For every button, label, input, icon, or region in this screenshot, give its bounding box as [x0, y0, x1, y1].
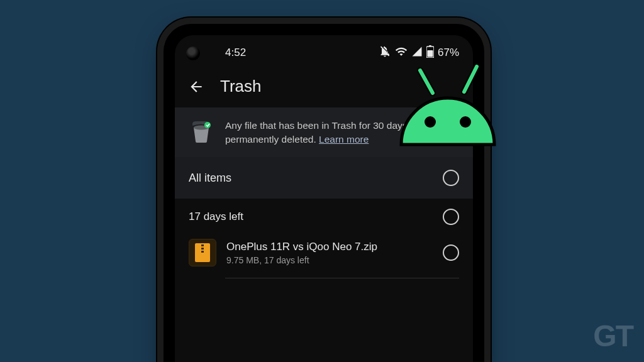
svg-line-10: [420, 70, 433, 93]
divider: [225, 278, 459, 278]
file-info: OnePlus 11R vs iQoo Neo 7.zip 9.75 MB, 1…: [226, 241, 433, 265]
svg-rect-7: [201, 248, 204, 250]
battery-percent: 67%: [438, 47, 459, 59]
wifi-icon: [395, 45, 408, 61]
section-label: 17 days left: [189, 211, 243, 223]
watermark: GT: [593, 319, 633, 353]
battery-icon: [426, 45, 434, 61]
android-mascot-icon: [390, 63, 503, 157]
svg-rect-6: [201, 244, 204, 246]
file-meta: 9.75 MB, 17 days left: [226, 255, 433, 265]
section-header[interactable]: 17 days left: [175, 199, 473, 233]
svg-rect-8: [201, 251, 204, 253]
svg-point-4: [204, 122, 211, 128]
status-bar: 4:52 67%: [175, 35, 473, 65]
svg-rect-1: [429, 45, 431, 47]
page-title: Trash: [220, 77, 262, 96]
back-icon[interactable]: [187, 78, 205, 96]
clock: 4:52: [225, 47, 246, 59]
all-items-radio[interactable]: [443, 170, 459, 186]
svg-point-14: [460, 116, 471, 128]
file-row[interactable]: OnePlus 11R vs iQoo Neo 7.zip 9.75 MB, 1…: [175, 233, 473, 278]
front-camera: [186, 47, 200, 60]
svg-rect-2: [427, 50, 433, 57]
zip-file-icon: [189, 239, 216, 266]
notifications-off-icon: [379, 45, 391, 61]
learn-more-link[interactable]: Learn more: [319, 134, 369, 145]
svg-line-12: [464, 67, 477, 92]
trash-icon: [189, 119, 214, 144]
file-name: OnePlus 11R vs iQoo Neo 7.zip: [226, 241, 433, 253]
svg-point-13: [425, 116, 436, 128]
signal-icon: [411, 46, 423, 60]
file-radio[interactable]: [443, 244, 459, 261]
all-items-row[interactable]: All items: [175, 157, 473, 199]
section-radio[interactable]: [443, 209, 459, 225]
all-items-label: All items: [189, 172, 231, 185]
status-icons: 67%: [379, 45, 459, 61]
